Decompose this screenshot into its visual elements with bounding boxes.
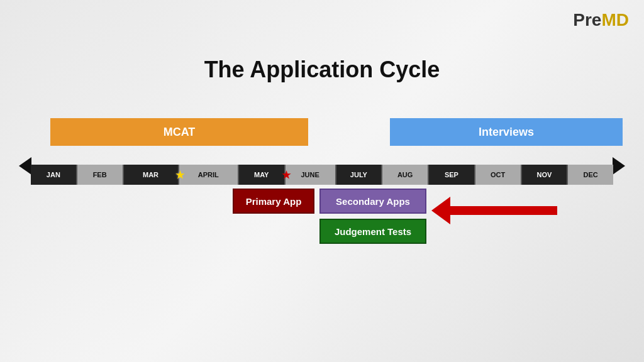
month-june: JUNE [286,165,335,185]
month-mar: MAR ★ [124,165,178,185]
month-april: APRIL [179,165,238,185]
red-arrow-body [450,206,557,215]
secondary-apps-box: Secondary Apps [319,189,426,214]
month-aug: AUG [382,165,428,185]
timeline-arrow: JAN FEB MAR ★ APRIL [19,156,625,176]
judgement-tests-box: Judgement Tests [319,219,426,244]
primary-app-box: Primary App [233,189,314,214]
month-sep: SEP [429,165,474,185]
month-jan: JAN [31,165,76,185]
month-nov: NOV [522,165,567,185]
month-july: JULY [336,165,382,185]
logo: PreMD [573,10,629,30]
page-title: The Application Cycle [0,57,644,83]
month-feb: FEB [77,165,123,185]
logo-pre: Pre [573,10,601,30]
arrow-right-head [613,157,625,175]
arrow-left-head [19,157,31,175]
red-arrow-head [431,197,450,224]
red-arrow [431,197,557,224]
timeline-container: MCAT Interviews JAN FEB MAR ★ [19,156,625,176]
month-may: MAY ★ [239,165,284,185]
month-oct: OCT [475,165,521,185]
logo-md: MD [601,10,629,30]
interviews-bar: Interviews [390,118,623,146]
month-dec: DEC [568,165,613,185]
timeline-line: JAN FEB MAR ★ APRIL [31,165,613,167]
mcat-bar: MCAT [50,118,308,146]
